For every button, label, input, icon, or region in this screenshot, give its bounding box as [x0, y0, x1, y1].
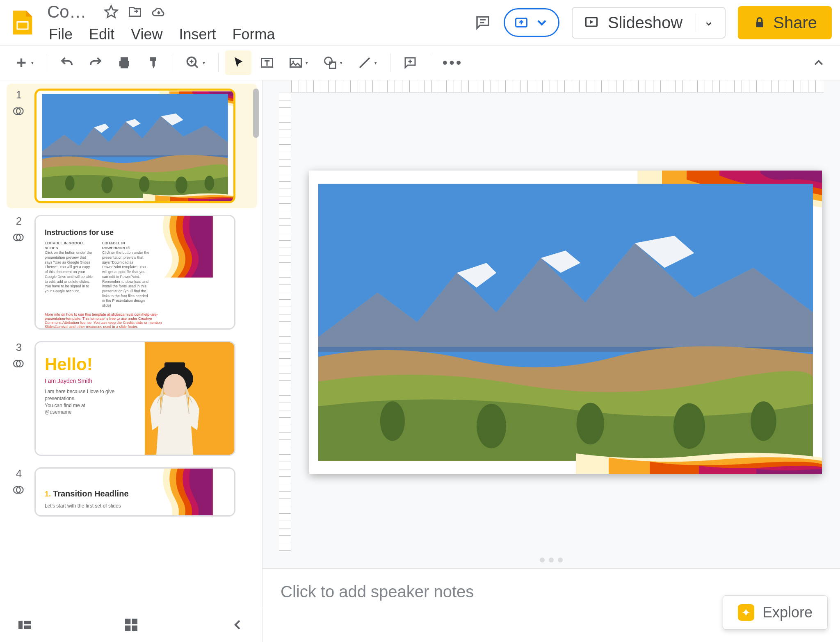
redo-button[interactable] — [82, 50, 109, 75]
star-icon[interactable] — [104, 5, 119, 19]
svg-rect-24 — [24, 621, 31, 624]
svg-rect-28 — [125, 625, 130, 631]
titlebar: Co… File Edit View Insert Forma Slidesho… — [0, 0, 840, 45]
slide-thumb-2[interactable]: 2 Instructions for use EDITABLE IN GOOGL… — [11, 215, 252, 330]
line-button[interactable]: ▼ — [352, 50, 383, 75]
svg-point-21 — [324, 57, 332, 65]
menubar: File Edit View Insert Forma — [47, 22, 275, 43]
paint-format-button[interactable] — [140, 50, 166, 75]
slide-panel: 1 2 Instructions for use — [0, 80, 262, 642]
undo-button[interactable] — [54, 50, 80, 75]
grid-view-icon[interactable] — [123, 617, 139, 633]
lock-icon — [753, 16, 767, 30]
svg-rect-13 — [18, 23, 27, 29]
svg-rect-27 — [132, 619, 137, 624]
image-button[interactable]: ▼ — [283, 50, 315, 75]
main-slide[interactable] — [309, 171, 822, 474]
share-button[interactable]: Share — [738, 6, 832, 39]
explore-icon: ✦ — [738, 604, 754, 621]
canvas-area: Click to add speaker notes ✦ Explore — [262, 80, 840, 642]
slides-logo-icon — [8, 8, 37, 37]
animation-icon — [13, 105, 25, 117]
person-illustration — [140, 356, 210, 455]
slideshow-label: Slideshow — [608, 14, 682, 32]
svg-rect-25 — [24, 625, 31, 628]
chevron-down-icon — [534, 15, 549, 30]
slide-thumb-1[interactable]: 1 — [7, 84, 257, 208]
animation-icon — [13, 484, 25, 496]
document-title[interactable]: Co… — [47, 2, 96, 22]
pager-dots — [262, 552, 840, 568]
horizontal-ruler[interactable] — [291, 80, 824, 93]
menu-format[interactable]: Forma — [233, 26, 275, 43]
svg-rect-16 — [756, 22, 763, 27]
add-comment-button[interactable] — [397, 50, 423, 75]
collapse-toolbar-button[interactable] — [806, 50, 832, 75]
animation-icon — [13, 358, 25, 369]
present-dropdown[interactable] — [504, 8, 559, 37]
chevron-down-icon — [704, 19, 713, 28]
filmstrip-view-icon[interactable] — [16, 617, 33, 633]
slideshow-icon — [584, 15, 599, 30]
more-button[interactable]: ••• — [437, 49, 469, 76]
svg-rect-23 — [18, 621, 23, 629]
comment-history-button[interactable] — [474, 14, 491, 31]
vertical-ruler[interactable] — [279, 93, 291, 552]
print-button[interactable] — [111, 50, 137, 75]
slideshow-button[interactable]: Slideshow — [572, 7, 726, 39]
zoom-button[interactable]: ▼ — [180, 50, 212, 75]
text-box-button[interactable] — [254, 50, 280, 75]
slideshow-dropdown[interactable] — [696, 14, 713, 32]
explore-button[interactable]: ✦ Explore — [723, 595, 828, 630]
present-up-icon — [514, 15, 529, 30]
menu-view[interactable]: View — [131, 26, 162, 43]
wave-decoration — [576, 441, 822, 474]
svg-rect-22 — [329, 62, 336, 68]
share-label: Share — [773, 14, 817, 32]
cursor-button[interactable] — [225, 50, 251, 75]
new-slide-button[interactable]: ▼ — [8, 50, 40, 75]
slide-thumb-4[interactable]: 4 1. Transition Headline Let's start wit… — [11, 467, 252, 517]
move-icon[interactable] — [128, 5, 142, 19]
animation-icon — [13, 232, 25, 243]
menu-file[interactable]: File — [49, 26, 73, 43]
cloud-icon[interactable] — [151, 5, 166, 19]
svg-rect-29 — [132, 625, 137, 631]
collapse-panel-icon[interactable] — [229, 617, 246, 633]
toolbar: ▼ ▼ ▼ ▼ ▼ ••• — [0, 45, 840, 80]
shape-button[interactable]: ▼ — [317, 50, 349, 75]
menu-edit[interactable]: Edit — [89, 26, 114, 43]
menu-insert[interactable]: Insert — [179, 26, 216, 43]
svg-rect-26 — [125, 619, 130, 624]
slide-thumb-3[interactable]: 3 Hello! I am Jayden Smith I am here bec… — [11, 341, 252, 456]
slide-photo[interactable] — [318, 180, 813, 465]
thumb-scrollbar[interactable] — [253, 89, 259, 138]
